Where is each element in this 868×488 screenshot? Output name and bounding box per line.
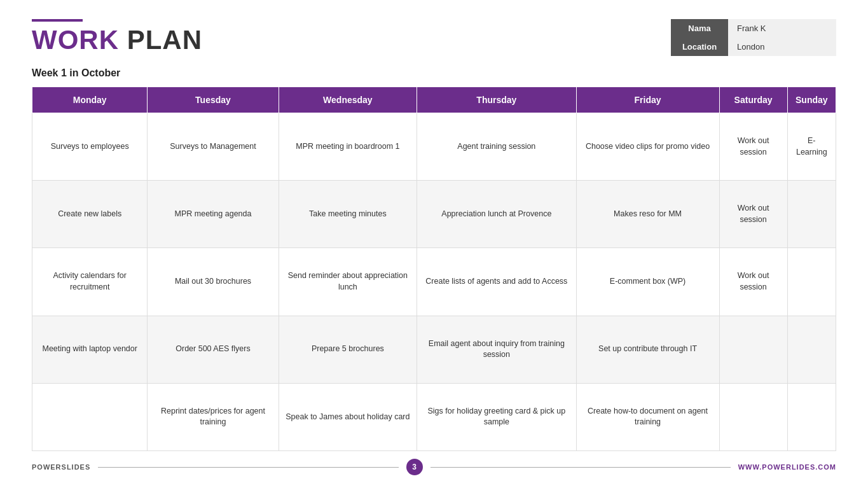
col-thursday: Thursday [417, 87, 576, 113]
table-cell: Set up contribute through IT [576, 316, 719, 383]
table-cell: Work out session [719, 248, 787, 316]
table-cell: Create new labels [32, 181, 148, 248]
table-row: Create new labelsMPR meeting agendaTake … [32, 181, 836, 248]
table-cell: MPR meeting agenda [148, 181, 279, 248]
table-cell: E-comment box (WP) [576, 248, 719, 316]
table-cell: Prepare 5 brochures [279, 316, 417, 383]
info-label-nama: Nama [671, 19, 728, 38]
table-cell: Surveys to Management [148, 113, 279, 181]
table-cell: Speak to James about holiday card [279, 383, 417, 450]
title-section: WORK PLAN [32, 19, 202, 53]
table-cell: Send reminder about appreciation lunch [279, 248, 417, 316]
table-cell: Take meeting minutes [279, 181, 417, 248]
calendar-table: Monday Tuesday Wednesday Thursday Friday… [32, 87, 836, 451]
table-cell: Choose video clips for promo video [576, 113, 719, 181]
table-cell: Agent training session [417, 113, 576, 181]
col-tuesday: Tuesday [148, 87, 279, 113]
table-cell: MPR meeting in boardroom 1 [279, 113, 417, 181]
table-row: Activity calendars for recruitmentMail o… [32, 248, 836, 316]
table-cell: Surveys to employees [32, 113, 148, 181]
table-cell: Create lists of agents and add to Access [417, 248, 576, 316]
col-sunday: Sunday [787, 87, 836, 113]
info-label-location: Location [671, 38, 728, 56]
col-saturday: Saturday [719, 87, 787, 113]
footer-url: WWW.POWERLIDES.COM [738, 463, 836, 471]
table-cell: E-Learning [787, 113, 836, 181]
info-row-nama: Nama Frank K [671, 19, 836, 38]
table-row: Reprint dates/prices for agent trainingS… [32, 383, 836, 450]
col-friday: Friday [576, 87, 719, 113]
table-cell [32, 383, 148, 450]
info-row-location: Location London [671, 38, 836, 56]
table-row: Meeting with laptop vendorOrder 500 AES … [32, 316, 836, 383]
footer-line-left [98, 467, 398, 468]
table-cell: Email agent about inquiry from training … [417, 316, 576, 383]
col-monday: Monday [32, 87, 148, 113]
col-wednesday: Wednesday [279, 87, 417, 113]
page-title: WORK PLAN [32, 27, 202, 53]
table-cell [719, 383, 787, 450]
footer-line-right [431, 467, 731, 468]
footer: POWERSLIDES 3 WWW.POWERLIDES.COM [32, 451, 836, 475]
header: WORK PLAN Nama Frank K Location London [32, 19, 836, 56]
week-label: Week 1 in October [32, 67, 836, 79]
table-cell: Mail out 30 brochures [148, 248, 279, 316]
table-header-row: Monday Tuesday Wednesday Thursday Friday… [32, 87, 836, 113]
table-cell: Work out session [719, 181, 787, 248]
table-row: Surveys to employeesSurveys to Managemen… [32, 113, 836, 181]
table-cell: Meeting with laptop vendor [32, 316, 148, 383]
table-cell [787, 383, 836, 450]
table-cell: Sigs for holiday greeting card & pick up… [417, 383, 576, 450]
table-cell [719, 316, 787, 383]
title-underline [32, 19, 83, 22]
table-cell: Reprint dates/prices for agent training [148, 383, 279, 450]
table-cell: Makes reso for MM [576, 181, 719, 248]
table-cell: Create how-to document on agent training [576, 383, 719, 450]
footer-brand: POWERSLIDES [32, 463, 90, 471]
info-table: Nama Frank K Location London [671, 19, 836, 56]
title-plan: PLAN [127, 25, 202, 55]
table-cell [787, 181, 836, 248]
table-cell [787, 316, 836, 383]
table-cell: Work out session [719, 113, 787, 181]
page: WORK PLAN Nama Frank K Location London W… [0, 0, 868, 488]
table-cell [787, 248, 836, 316]
table-cell: Activity calendars for recruitment [32, 248, 148, 316]
title-work: WORK [32, 25, 127, 55]
info-value-location: London [728, 38, 836, 56]
table-cell: Order 500 AES flyers [148, 316, 279, 383]
info-value-nama: Frank K [728, 19, 836, 38]
table-cell: Appreciation lunch at Provence [417, 181, 576, 248]
footer-page-number: 3 [406, 459, 423, 475]
